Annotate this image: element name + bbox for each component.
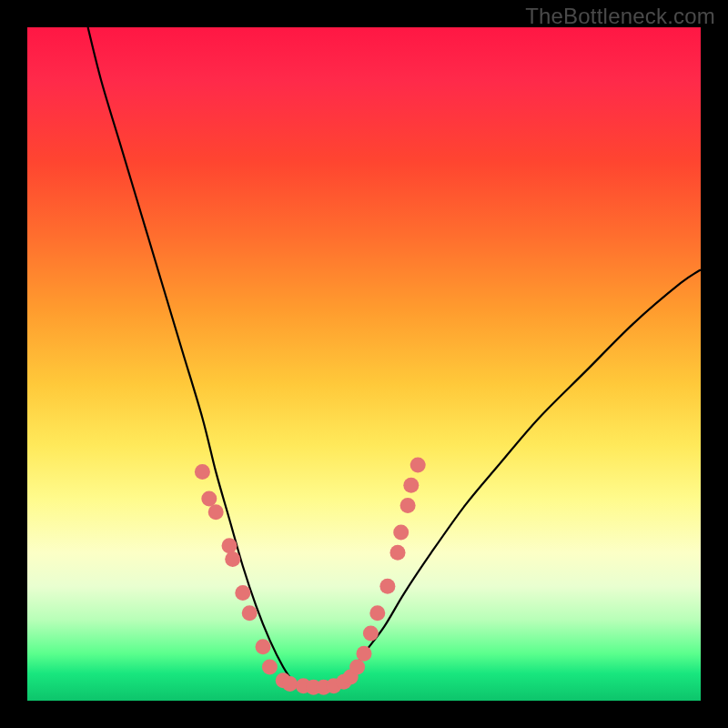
data-point bbox=[201, 491, 217, 507]
data-point bbox=[256, 639, 271, 654]
data-point bbox=[235, 585, 250, 601]
data-point bbox=[225, 551, 240, 567]
data-point bbox=[363, 626, 379, 642]
data-point bbox=[369, 605, 385, 621]
plot-area bbox=[27, 27, 701, 701]
data-point bbox=[400, 498, 416, 513]
data-point bbox=[262, 660, 278, 675]
data-point bbox=[379, 579, 395, 594]
data-point bbox=[357, 646, 372, 662]
left-curve bbox=[88, 27, 297, 687]
curve-layer bbox=[27, 27, 701, 701]
data-point bbox=[390, 545, 406, 561]
data-point bbox=[410, 458, 426, 473]
right-curve bbox=[337, 269, 701, 687]
data-point bbox=[222, 538, 238, 553]
chart-frame: TheBottleneck.com bbox=[0, 0, 728, 728]
data-point bbox=[349, 660, 365, 675]
data-point bbox=[195, 464, 210, 480]
watermark-text: TheBottleneck.com bbox=[525, 4, 715, 29]
data-point bbox=[242, 605, 258, 621]
scatter-points bbox=[195, 458, 426, 695]
data-point bbox=[208, 504, 224, 520]
data-point bbox=[393, 525, 409, 541]
data-point bbox=[403, 478, 419, 493]
data-point bbox=[282, 676, 298, 692]
